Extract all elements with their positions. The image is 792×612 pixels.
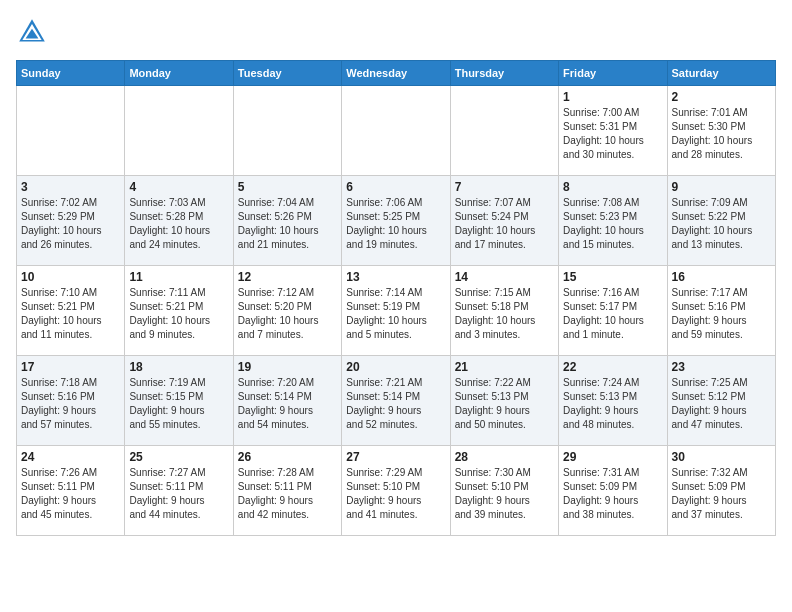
day-info: Sunrise: 7:16 AM Sunset: 5:17 PM Dayligh… [563,286,662,342]
day-number: 13 [346,270,445,284]
calendar-cell [125,86,233,176]
day-number: 26 [238,450,337,464]
day-of-week-header: Saturday [667,61,775,86]
day-info: Sunrise: 7:10 AM Sunset: 5:21 PM Dayligh… [21,286,120,342]
calendar-cell: 29Sunrise: 7:31 AM Sunset: 5:09 PM Dayli… [559,446,667,536]
day-number: 6 [346,180,445,194]
day-of-week-header: Wednesday [342,61,450,86]
day-info: Sunrise: 7:11 AM Sunset: 5:21 PM Dayligh… [129,286,228,342]
calendar-cell: 12Sunrise: 7:12 AM Sunset: 5:20 PM Dayli… [233,266,341,356]
page-header [16,16,776,48]
day-info: Sunrise: 7:15 AM Sunset: 5:18 PM Dayligh… [455,286,554,342]
day-number: 21 [455,360,554,374]
day-number: 14 [455,270,554,284]
day-info: Sunrise: 7:20 AM Sunset: 5:14 PM Dayligh… [238,376,337,432]
day-info: Sunrise: 7:00 AM Sunset: 5:31 PM Dayligh… [563,106,662,162]
calendar-cell: 6Sunrise: 7:06 AM Sunset: 5:25 PM Daylig… [342,176,450,266]
calendar-cell: 8Sunrise: 7:08 AM Sunset: 5:23 PM Daylig… [559,176,667,266]
calendar-cell: 22Sunrise: 7:24 AM Sunset: 5:13 PM Dayli… [559,356,667,446]
calendar-cell: 4Sunrise: 7:03 AM Sunset: 5:28 PM Daylig… [125,176,233,266]
day-of-week-header: Sunday [17,61,125,86]
calendar-cell: 14Sunrise: 7:15 AM Sunset: 5:18 PM Dayli… [450,266,558,356]
day-number: 10 [21,270,120,284]
calendar-cell [450,86,558,176]
day-info: Sunrise: 7:01 AM Sunset: 5:30 PM Dayligh… [672,106,771,162]
day-number: 12 [238,270,337,284]
day-info: Sunrise: 7:21 AM Sunset: 5:14 PM Dayligh… [346,376,445,432]
calendar-cell: 21Sunrise: 7:22 AM Sunset: 5:13 PM Dayli… [450,356,558,446]
day-info: Sunrise: 7:12 AM Sunset: 5:20 PM Dayligh… [238,286,337,342]
day-of-week-header: Friday [559,61,667,86]
day-info: Sunrise: 7:19 AM Sunset: 5:15 PM Dayligh… [129,376,228,432]
day-number: 2 [672,90,771,104]
calendar-cell: 2Sunrise: 7:01 AM Sunset: 5:30 PM Daylig… [667,86,775,176]
calendar-cell: 16Sunrise: 7:17 AM Sunset: 5:16 PM Dayli… [667,266,775,356]
day-info: Sunrise: 7:03 AM Sunset: 5:28 PM Dayligh… [129,196,228,252]
day-info: Sunrise: 7:06 AM Sunset: 5:25 PM Dayligh… [346,196,445,252]
day-info: Sunrise: 7:14 AM Sunset: 5:19 PM Dayligh… [346,286,445,342]
day-number: 22 [563,360,662,374]
day-number: 5 [238,180,337,194]
day-number: 29 [563,450,662,464]
calendar-cell: 9Sunrise: 7:09 AM Sunset: 5:22 PM Daylig… [667,176,775,266]
day-of-week-header: Tuesday [233,61,341,86]
calendar-cell: 17Sunrise: 7:18 AM Sunset: 5:16 PM Dayli… [17,356,125,446]
day-number: 20 [346,360,445,374]
calendar-cell: 20Sunrise: 7:21 AM Sunset: 5:14 PM Dayli… [342,356,450,446]
calendar-cell: 30Sunrise: 7:32 AM Sunset: 5:09 PM Dayli… [667,446,775,536]
calendar-cell: 26Sunrise: 7:28 AM Sunset: 5:11 PM Dayli… [233,446,341,536]
day-number: 27 [346,450,445,464]
calendar-table: SundayMondayTuesdayWednesdayThursdayFrid… [16,60,776,536]
calendar-cell: 19Sunrise: 7:20 AM Sunset: 5:14 PM Dayli… [233,356,341,446]
day-number: 3 [21,180,120,194]
day-number: 11 [129,270,228,284]
logo-icon [16,16,48,48]
day-info: Sunrise: 7:17 AM Sunset: 5:16 PM Dayligh… [672,286,771,342]
logo [16,16,52,48]
day-number: 18 [129,360,228,374]
day-number: 16 [672,270,771,284]
day-info: Sunrise: 7:27 AM Sunset: 5:11 PM Dayligh… [129,466,228,522]
day-number: 19 [238,360,337,374]
day-number: 24 [21,450,120,464]
day-number: 15 [563,270,662,284]
day-info: Sunrise: 7:30 AM Sunset: 5:10 PM Dayligh… [455,466,554,522]
calendar-cell: 13Sunrise: 7:14 AM Sunset: 5:19 PM Dayli… [342,266,450,356]
calendar-cell: 24Sunrise: 7:26 AM Sunset: 5:11 PM Dayli… [17,446,125,536]
calendar-cell [342,86,450,176]
day-info: Sunrise: 7:18 AM Sunset: 5:16 PM Dayligh… [21,376,120,432]
calendar-cell: 7Sunrise: 7:07 AM Sunset: 5:24 PM Daylig… [450,176,558,266]
day-number: 4 [129,180,228,194]
day-info: Sunrise: 7:04 AM Sunset: 5:26 PM Dayligh… [238,196,337,252]
day-of-week-header: Thursday [450,61,558,86]
day-number: 28 [455,450,554,464]
day-number: 25 [129,450,228,464]
day-info: Sunrise: 7:08 AM Sunset: 5:23 PM Dayligh… [563,196,662,252]
day-number: 9 [672,180,771,194]
day-info: Sunrise: 7:02 AM Sunset: 5:29 PM Dayligh… [21,196,120,252]
day-info: Sunrise: 7:32 AM Sunset: 5:09 PM Dayligh… [672,466,771,522]
day-of-week-header: Monday [125,61,233,86]
calendar-cell [17,86,125,176]
calendar-cell: 18Sunrise: 7:19 AM Sunset: 5:15 PM Dayli… [125,356,233,446]
calendar-cell: 27Sunrise: 7:29 AM Sunset: 5:10 PM Dayli… [342,446,450,536]
day-number: 23 [672,360,771,374]
calendar-cell: 5Sunrise: 7:04 AM Sunset: 5:26 PM Daylig… [233,176,341,266]
calendar-cell: 15Sunrise: 7:16 AM Sunset: 5:17 PM Dayli… [559,266,667,356]
day-info: Sunrise: 7:25 AM Sunset: 5:12 PM Dayligh… [672,376,771,432]
day-number: 8 [563,180,662,194]
day-info: Sunrise: 7:26 AM Sunset: 5:11 PM Dayligh… [21,466,120,522]
calendar-cell: 25Sunrise: 7:27 AM Sunset: 5:11 PM Dayli… [125,446,233,536]
day-info: Sunrise: 7:22 AM Sunset: 5:13 PM Dayligh… [455,376,554,432]
calendar-header: SundayMondayTuesdayWednesdayThursdayFrid… [17,61,776,86]
calendar-cell: 11Sunrise: 7:11 AM Sunset: 5:21 PM Dayli… [125,266,233,356]
calendar-cell: 1Sunrise: 7:00 AM Sunset: 5:31 PM Daylig… [559,86,667,176]
calendar-cell: 23Sunrise: 7:25 AM Sunset: 5:12 PM Dayli… [667,356,775,446]
calendar-cell [233,86,341,176]
calendar-cell: 28Sunrise: 7:30 AM Sunset: 5:10 PM Dayli… [450,446,558,536]
day-number: 1 [563,90,662,104]
calendar-cell: 10Sunrise: 7:10 AM Sunset: 5:21 PM Dayli… [17,266,125,356]
day-number: 17 [21,360,120,374]
day-info: Sunrise: 7:28 AM Sunset: 5:11 PM Dayligh… [238,466,337,522]
day-number: 7 [455,180,554,194]
